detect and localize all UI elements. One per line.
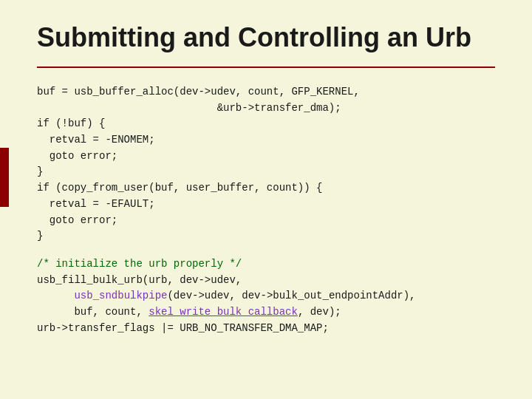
slide: Submitting and Controlling an Urb buf = … bbox=[0, 0, 532, 399]
code-line: usb_sndbulkpipe(dev->udev, dev->bulk_out… bbox=[37, 288, 495, 304]
slide-title: Submitting and Controlling an Urb bbox=[37, 22, 495, 53]
code-underline-text: skel_write_bulk_callback bbox=[149, 306, 298, 318]
code-line: retval = -ENOMEM; bbox=[37, 132, 495, 149]
code-line: if (!buf) { bbox=[37, 116, 495, 132]
code-line: } bbox=[37, 164, 495, 180]
code-line: buf = usb_buffer_alloc(dev->udev, count,… bbox=[37, 84, 495, 100]
code-purple-text: usb_sndbulkpipe bbox=[74, 290, 167, 301]
code-line: urb->transfer_flags |= URB_NO_TRANSFER_D… bbox=[37, 321, 495, 337]
code-line: retval = -EFAULT; bbox=[37, 197, 495, 213]
code-block-2: /* initialize the urb properly */ usb_fi… bbox=[37, 256, 495, 336]
code-line: if (copy_from_user(buf, user_buffer, cou… bbox=[37, 180, 495, 197]
code-line: buf, count, skel_write_bulk_callback, de… bbox=[37, 304, 495, 321]
code-line: goto error; bbox=[37, 149, 495, 165]
code-gap bbox=[37, 245, 495, 256]
code-comment-line: /* initialize the urb properly */ bbox=[37, 256, 495, 273]
code-line: usb_fill_bulk_urb(urb, dev->udev, bbox=[37, 273, 495, 289]
code-block-1: buf = usb_buffer_alloc(dev->udev, count,… bbox=[37, 84, 495, 245]
code-line: goto error; bbox=[37, 213, 495, 229]
code-line: &urb->transfer_dma); bbox=[37, 100, 495, 117]
code-line: } bbox=[37, 228, 495, 245]
title-underline bbox=[37, 66, 495, 68]
left-accent-bar bbox=[0, 148, 9, 207]
